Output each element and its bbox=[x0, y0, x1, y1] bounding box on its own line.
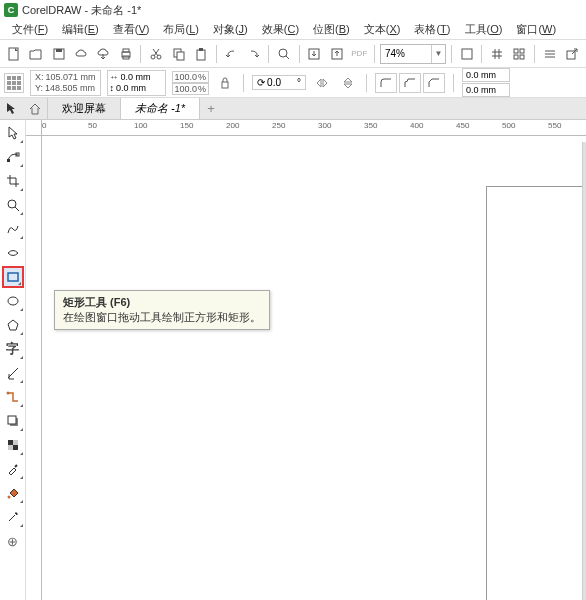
tooltip: 矩形工具 (F6) 在绘图窗口拖动工具绘制正方形和矩形。 bbox=[54, 290, 270, 330]
menu-l[interactable]: 布局(L) bbox=[157, 20, 204, 39]
menu-t[interactable]: 表格(T) bbox=[408, 20, 456, 39]
menu-b[interactable]: 位图(B) bbox=[307, 20, 356, 39]
svg-point-12 bbox=[279, 49, 287, 57]
tab-welcome[interactable]: 欢迎屏幕 bbox=[48, 98, 121, 119]
new-button[interactable] bbox=[4, 44, 23, 64]
corner-round-button[interactable] bbox=[375, 73, 397, 93]
horizontal-ruler[interactable]: 050100150200250300350400450500550 bbox=[42, 120, 586, 136]
redo-button[interactable] bbox=[244, 44, 263, 64]
eyedropper-tool[interactable] bbox=[2, 458, 24, 480]
width-input[interactable] bbox=[121, 72, 163, 82]
tooltip-title: 矩形工具 (F6) bbox=[63, 295, 261, 310]
svg-rect-33 bbox=[8, 445, 13, 450]
menu-f[interactable]: 文件(F) bbox=[6, 20, 54, 39]
pick-tool[interactable] bbox=[2, 122, 24, 144]
workspace: 字 ⊕ 050100150200250300350400450500550 矩形… bbox=[0, 120, 586, 600]
menu-bar: 文件(F)编辑(E)查看(V)布局(L)对象(J)效果(C)位图(B)文本(X)… bbox=[0, 20, 586, 40]
height-input[interactable] bbox=[116, 83, 158, 93]
tab-document[interactable]: 未命名 -1* bbox=[121, 98, 200, 119]
copy-button[interactable] bbox=[169, 44, 188, 64]
save-button[interactable] bbox=[49, 44, 68, 64]
expand-tool[interactable]: ⊕ bbox=[2, 530, 24, 552]
print-button[interactable] bbox=[116, 44, 135, 64]
svg-rect-19 bbox=[520, 55, 524, 59]
menu-o[interactable]: 工具(O) bbox=[459, 20, 509, 39]
svg-rect-17 bbox=[520, 49, 524, 53]
chevron-down-icon[interactable]: ▼ bbox=[431, 45, 445, 63]
shape-tool[interactable] bbox=[2, 146, 24, 168]
corner-scallop-button[interactable] bbox=[399, 73, 421, 93]
transparency-tool[interactable] bbox=[2, 434, 24, 456]
canvas-area[interactable]: 050100150200250300350400450500550 矩形工具 (… bbox=[26, 120, 586, 600]
crop-tool[interactable] bbox=[2, 170, 24, 192]
zoom-input[interactable] bbox=[381, 48, 431, 59]
right-docker-strip[interactable] bbox=[582, 142, 586, 600]
freehand-tool[interactable] bbox=[2, 218, 24, 240]
svg-point-26 bbox=[8, 297, 18, 305]
home-tab-icon[interactable] bbox=[22, 98, 48, 119]
parallel-dim-tool[interactable] bbox=[2, 362, 24, 384]
zoom-combo[interactable]: ▼ bbox=[380, 44, 446, 64]
grid-button[interactable] bbox=[487, 44, 506, 64]
import-button[interactable] bbox=[305, 44, 324, 64]
ruler-tick: 400 bbox=[410, 121, 423, 130]
export-button[interactable] bbox=[327, 44, 346, 64]
options-button[interactable] bbox=[540, 44, 559, 64]
ruler-tick: 300 bbox=[318, 121, 331, 130]
pdf-button[interactable]: PDF bbox=[350, 44, 369, 64]
snap-button[interactable] bbox=[510, 44, 529, 64]
corner-chamfer-button[interactable] bbox=[423, 73, 445, 93]
text-tool[interactable]: 字 bbox=[2, 338, 24, 360]
svg-point-24 bbox=[8, 200, 16, 208]
menu-e[interactable]: 编辑(E) bbox=[56, 20, 105, 39]
paste-button[interactable] bbox=[191, 44, 210, 64]
open-button[interactable] bbox=[26, 44, 45, 64]
polygon-tool[interactable] bbox=[2, 314, 24, 336]
standard-toolbar: PDF ▼ bbox=[0, 40, 586, 68]
ellipse-tool[interactable] bbox=[2, 290, 24, 312]
cloud-down-button[interactable] bbox=[94, 44, 113, 64]
cut-button[interactable] bbox=[146, 44, 165, 64]
new-tab-button[interactable]: + bbox=[200, 98, 222, 119]
zoom-tool[interactable] bbox=[2, 194, 24, 216]
ruler-tick: 550 bbox=[548, 121, 561, 130]
search-button[interactable] bbox=[274, 44, 293, 64]
menu-x[interactable]: 文本(X) bbox=[358, 20, 407, 39]
corner-radius-a[interactable] bbox=[462, 68, 510, 82]
menu-w[interactable]: 窗口(W) bbox=[510, 20, 562, 39]
drop-shadow-tool[interactable] bbox=[2, 410, 24, 432]
ruler-corner[interactable] bbox=[26, 120, 42, 136]
lock-ratio-button[interactable] bbox=[215, 73, 235, 93]
mirror-h-button[interactable] bbox=[312, 73, 332, 93]
rotation-input[interactable] bbox=[267, 77, 295, 88]
outline-tool[interactable] bbox=[2, 506, 24, 528]
corner-radius-b[interactable] bbox=[462, 83, 510, 97]
cloud-button[interactable] bbox=[71, 44, 90, 64]
menu-j[interactable]: 对象(J) bbox=[207, 20, 254, 39]
page[interactable] bbox=[486, 186, 586, 600]
mirror-v-button[interactable] bbox=[338, 73, 358, 93]
corner-shapes bbox=[375, 73, 445, 93]
svg-rect-15 bbox=[462, 49, 472, 59]
artistic-media-tool[interactable] bbox=[2, 242, 24, 264]
ruler-tick: 350 bbox=[364, 121, 377, 130]
fill-tool[interactable] bbox=[2, 482, 24, 504]
svg-rect-16 bbox=[514, 49, 518, 53]
rotation-box[interactable]: ⟳° bbox=[252, 75, 306, 90]
ruler-tick: 100 bbox=[134, 121, 147, 130]
size-box: ↔ ↕ bbox=[107, 70, 166, 96]
svg-point-27 bbox=[6, 392, 9, 395]
connector-tool[interactable] bbox=[2, 386, 24, 408]
vertical-ruler[interactable] bbox=[26, 136, 42, 600]
launch-button[interactable] bbox=[562, 44, 581, 64]
menu-v[interactable]: 查看(V) bbox=[107, 20, 156, 39]
origin-grid[interactable] bbox=[4, 73, 24, 93]
undo-button[interactable] bbox=[222, 44, 241, 64]
drawing-canvas[interactable] bbox=[42, 136, 586, 600]
document-tabs: 欢迎屏幕 未命名 -1* + bbox=[0, 98, 586, 120]
fullscreen-button[interactable] bbox=[457, 44, 476, 64]
menu-c[interactable]: 效果(C) bbox=[256, 20, 305, 39]
rectangle-tool[interactable] bbox=[2, 266, 24, 288]
svg-rect-22 bbox=[7, 159, 10, 162]
ruler-tick: 200 bbox=[226, 121, 239, 130]
